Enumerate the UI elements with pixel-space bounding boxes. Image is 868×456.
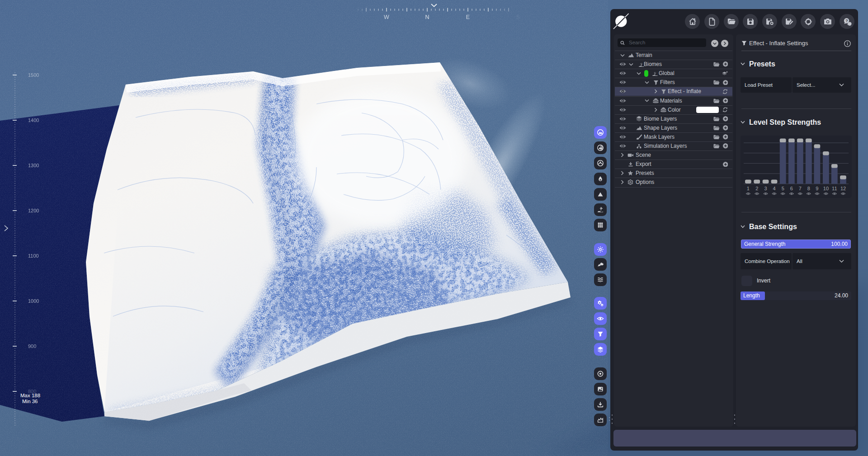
svg-text:2: 2	[755, 186, 758, 191]
svg-text:3: 3	[764, 186, 767, 191]
svg-text:6: 6	[790, 186, 793, 191]
svg-text:8: 8	[807, 186, 810, 191]
svg-text:9: 9	[816, 186, 818, 191]
svg-text:10: 10	[823, 186, 829, 191]
svg-text:11: 11	[832, 186, 837, 191]
svg-text:1: 1	[747, 186, 750, 191]
svg-text:5: 5	[782, 186, 784, 191]
svg-text:4: 4	[773, 186, 775, 191]
svg-text:7: 7	[799, 186, 802, 191]
svg-text:12: 12	[840, 186, 846, 191]
svg-text:?: ?	[845, 19, 848, 23]
